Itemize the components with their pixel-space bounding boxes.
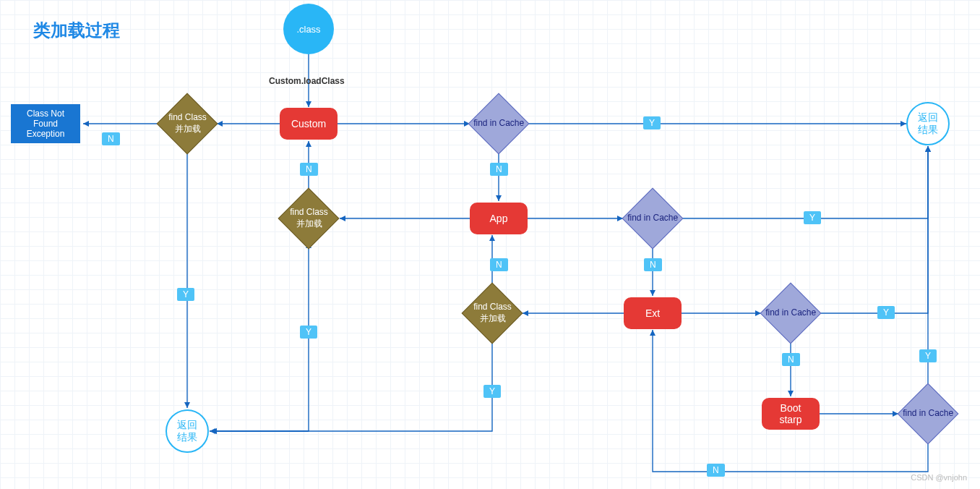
edge-label-loadclass: Custom.loadClass <box>269 76 345 86</box>
badge-n-exception: N <box>102 132 120 145</box>
exception-node: Class Not Found Exception <box>11 104 80 143</box>
diamond-cache-3-label: find in Cache <box>765 307 816 319</box>
badge-y-findclass2: Y <box>300 326 317 339</box>
loader-bootstrap: Boot starp <box>762 398 820 430</box>
badge-n-findclass2: N <box>300 163 318 176</box>
loader-app: App <box>470 203 528 234</box>
badge-y-cache3: Y <box>877 306 895 319</box>
result-top: 返回 结果 <box>906 102 950 145</box>
badge-y-cache1: Y <box>643 116 661 129</box>
diamond-findclass-1-label: find Class 并加载 <box>168 112 207 135</box>
badge-n-app-up: N <box>490 258 508 271</box>
loader-ext: Ext <box>624 297 682 329</box>
badge-n-cache4: N <box>707 464 725 477</box>
badge-y-findclass3: Y <box>483 385 501 398</box>
loader-custom: Custom <box>280 108 338 140</box>
diamond-findclass-2-label: find Class 并加载 <box>290 207 328 229</box>
badge-y-cache4: Y <box>919 349 937 362</box>
diamond-cache-1-label: find in Cache <box>473 118 524 129</box>
start-node: .class <box>283 4 334 54</box>
diamond-cache-4-label: find in Cache <box>903 408 953 420</box>
badge-n-cache2: N <box>644 258 662 271</box>
diagram-title: 类加载过程 <box>33 19 120 42</box>
diamond-cache-2-label: find in Cache <box>627 213 678 224</box>
badge-y-findclass1: Y <box>177 288 194 301</box>
watermark: CSDN @vnjohn <box>911 473 967 482</box>
badge-n-cache3: N <box>782 353 800 366</box>
result-bottom: 返回 结果 <box>166 409 209 453</box>
badge-y-cache2: Y <box>804 211 821 224</box>
diamond-findclass-3-label: find Class 并加载 <box>473 302 512 324</box>
badge-n-cache1: N <box>490 163 508 176</box>
background-grid <box>0 0 980 489</box>
